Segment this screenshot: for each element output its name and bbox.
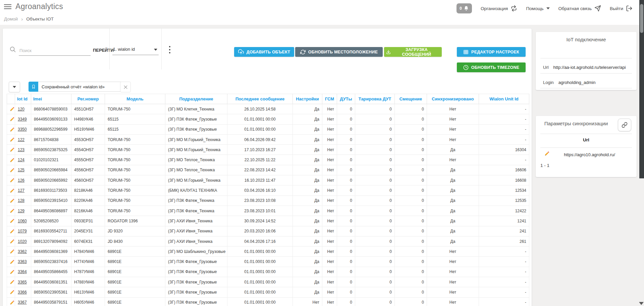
edit-pencil-icon[interactable]	[10, 188, 15, 193]
edit-pencil-icon[interactable]	[10, 147, 15, 152]
saved-report-close-button[interactable]	[120, 82, 131, 92]
edit-row-button[interactable]	[7, 216, 15, 226]
iot-id-cell[interactable]: 3362	[15, 247, 31, 257]
last-message-cell[interactable]: 22.10.2025 11:22	[227, 155, 293, 165]
iot-id-cell[interactable]: 120	[15, 104, 31, 114]
column-header-model[interactable]: Модель	[105, 94, 165, 104]
edit-row-button[interactable]	[7, 185, 15, 195]
saved-report-dropdown-button[interactable]	[9, 82, 20, 92]
iot-id-cell[interactable]: 125	[15, 165, 31, 175]
last-message-cell[interactable]: 01.01.0001 00:00	[227, 287, 293, 297]
column-header-iot-id[interactable]: Iot Id	[15, 94, 31, 104]
iot-id-cell[interactable]: 3363	[15, 257, 31, 267]
column-header-offset[interactable]: Смещение	[395, 94, 427, 104]
organization-menu[interactable]: Организация	[481, 5, 517, 12]
load-messages-button[interactable]: ЗАГРУЗКА СООБЩЕНИЙ	[384, 47, 442, 57]
edit-row-button[interactable]	[7, 145, 15, 155]
column-header-imei[interactable]: Imei	[31, 94, 71, 104]
more-options-button[interactable]	[167, 46, 173, 57]
last-message-cell[interactable]: 16.10.2023 11:47	[227, 175, 293, 185]
iot-id-cell[interactable]: 123	[15, 145, 31, 155]
edit-pencil-icon[interactable]	[10, 127, 15, 132]
iot-id-cell[interactable]: 3364	[15, 267, 31, 277]
column-header-synced[interactable]: Синхронизировано	[427, 94, 479, 104]
last-message-cell[interactable]: 01.01.0001 00:00	[227, 114, 293, 124]
column-header-duts[interactable]: ДУТы	[337, 94, 355, 104]
edit-pencil-icon[interactable]	[10, 106, 15, 112]
iot-id-cell[interactable]: 122	[15, 134, 31, 144]
last-message-cell[interactable]: 01.01.0001 00:00	[227, 257, 293, 267]
edit-pencil-icon[interactable]	[10, 137, 15, 142]
last-message-cell[interactable]: 01.01.0001 00:00	[227, 124, 293, 134]
feedback-button[interactable]: Обратная связь	[558, 5, 601, 12]
iot-id-cell[interactable]: 124	[15, 155, 31, 165]
column-header-gsm[interactable]: ГСМ	[322, 94, 337, 104]
edit-pencil-icon[interactable]	[10, 117, 15, 122]
help-menu[interactable]: Помощь	[526, 6, 549, 11]
hamburger-menu-icon[interactable]	[4, 4, 11, 10]
edit-row-button[interactable]	[7, 236, 15, 246]
edit-row-button[interactable]	[7, 226, 15, 236]
last-message-cell[interactable]: 17.10.2023 16:27	[227, 145, 293, 155]
edit-pencil-icon[interactable]	[10, 178, 15, 183]
column-header-wialon-unit-id[interactable]: Wialon Unit Id	[479, 94, 529, 104]
edit-row-button[interactable]	[7, 165, 15, 175]
update-timezone-button[interactable]: ОБНОВИТЬ TIMEZONE	[457, 62, 526, 72]
edit-row-button[interactable]	[7, 104, 15, 114]
edit-row-button[interactable]	[7, 114, 15, 124]
edit-pencil-icon[interactable]	[10, 158, 15, 163]
iot-id-cell[interactable]: 127	[15, 185, 31, 195]
last-message-cell[interactable]: 30.09.2024 14:52	[227, 216, 293, 226]
last-message-cell[interactable]: 22.08.2023 14:42	[227, 165, 293, 175]
column-header-settings[interactable]: Настройки	[293, 94, 322, 104]
edit-row-button[interactable]	[7, 257, 15, 267]
iot-id-cell[interactable]: 128	[15, 195, 31, 206]
last-message-cell[interactable]: 01.01.0001 00:00	[227, 297, 293, 306]
last-message-cell[interactable]: 01.01.0001 00:00	[227, 267, 293, 277]
edit-pencil-icon[interactable]	[10, 239, 15, 244]
edit-pencil-icon[interactable]	[10, 229, 15, 234]
notifications-button[interactable]: 0	[457, 3, 472, 13]
edit-pencil-icon[interactable]	[10, 290, 15, 295]
last-message-cell[interactable]: 01.01.0001 00:00	[227, 247, 293, 257]
edit-row-button[interactable]	[7, 277, 15, 287]
sync-link-button[interactable]	[618, 119, 631, 131]
scrollbar-thumb[interactable]	[640, 4, 643, 33]
edit-row-button[interactable]	[7, 134, 15, 144]
saved-report-chip[interactable]: Сохранённый отчёт «wialon id»	[29, 82, 125, 92]
settings-editor-button[interactable]: РЕДАКТОР НАСТРОЕК	[457, 47, 526, 57]
iot-id-cell[interactable]: 3349	[15, 114, 31, 124]
last-message-cell[interactable]: 01.01.0001 00:00	[227, 277, 293, 287]
edit-pencil-icon[interactable]	[10, 259, 15, 264]
iot-id-cell[interactable]: 3350	[15, 124, 31, 134]
edit-pencil-icon[interactable]	[10, 208, 15, 213]
iot-id-cell[interactable]: 129	[15, 206, 31, 216]
iot-id-cell[interactable]: 1020	[15, 236, 31, 246]
scroll-down-arrow-icon[interactable]	[639, 302, 644, 305]
edit-row-button[interactable]	[7, 195, 15, 206]
go-button[interactable]: ПЕРЕЙТИ	[91, 47, 116, 53]
edit-pencil-icon[interactable]	[10, 198, 15, 203]
breadcrumb-home[interactable]: Домой	[4, 16, 18, 21]
edit-pencil-icon[interactable]	[10, 218, 15, 223]
last-message-cell[interactable]: 23.08.2023 10:01	[227, 206, 293, 216]
iot-id-cell[interactable]: 3365	[15, 277, 31, 287]
iot-id-cell[interactable]: 1060	[15, 216, 31, 226]
edit-row-button[interactable]	[7, 267, 15, 277]
column-header-reg-number[interactable]: Рег.номер	[71, 94, 105, 104]
update-location-button[interactable]: ОБНОВИТЬ МЕСТОПОЛОЖЕНИЕ	[295, 47, 383, 57]
edit-row-button[interactable]	[7, 175, 15, 185]
edit-row-button[interactable]	[7, 124, 15, 134]
last-message-cell[interactable]: 23.08.2023 10:08	[227, 195, 293, 206]
column-header-dut-calibration[interactable]: Тарировка ДУТ	[355, 94, 395, 104]
edit-row-button[interactable]	[7, 297, 15, 306]
search-input[interactable]	[19, 45, 91, 56]
last-message-cell[interactable]: 20.03.2020 16:06	[227, 226, 293, 236]
iot-id-cell[interactable]: 1079	[15, 226, 31, 236]
column-header-last-message[interactable]: Последнее сообщение	[227, 94, 293, 104]
edit-row-button[interactable]	[7, 287, 15, 297]
logout-button[interactable]: Выйти	[610, 5, 633, 12]
search-mode-select[interactable]: 1. wialon id	[112, 43, 159, 55]
edit-pencil-icon[interactable]	[10, 300, 15, 305]
iot-id-cell[interactable]: 3367	[15, 297, 31, 306]
